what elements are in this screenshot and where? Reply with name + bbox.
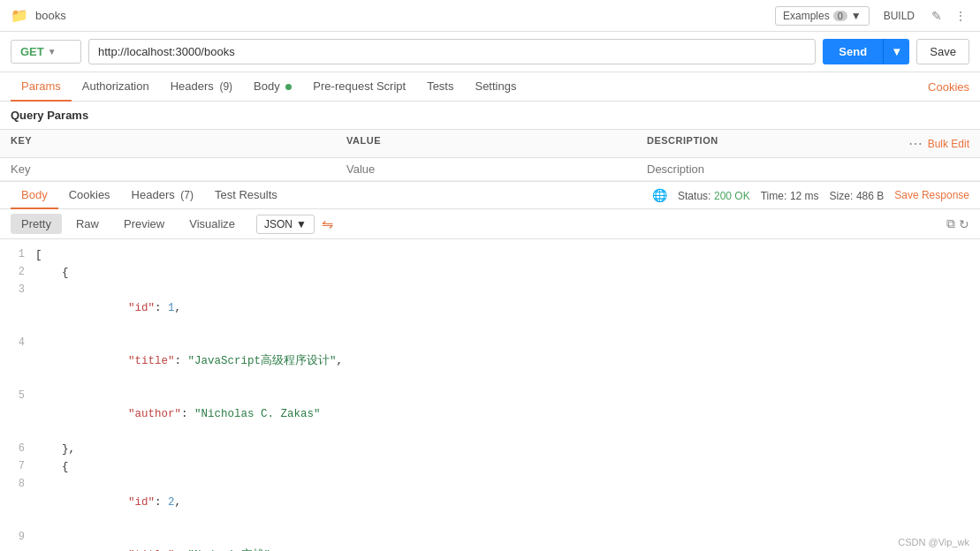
time-prefix: Time:: [761, 190, 787, 202]
save-response-link[interactable]: Save Response: [894, 189, 969, 201]
tab-prerequest[interactable]: Pre-request Script: [302, 72, 416, 102]
bulk-edit-link[interactable]: Bulk Edit: [928, 138, 969, 150]
table-row: [0, 158, 980, 181]
code-line-6: 6 },: [0, 441, 980, 458]
status-prefix: Status:: [678, 190, 710, 202]
body-tab-visualize[interactable]: Visualize: [179, 214, 246, 234]
col-value-header: VALUE: [346, 135, 647, 152]
method-label: GET: [20, 45, 44, 58]
send-btn-group: Send ▼: [823, 39, 909, 64]
tab-headers[interactable]: Headers (9): [160, 72, 243, 102]
globe-icon: 🌐: [652, 188, 667, 202]
size-prefix: Size:: [830, 190, 854, 202]
resp-tab-headers[interactable]: Headers (7): [121, 182, 204, 209]
tab-params[interactable]: Params: [11, 72, 72, 102]
col-key-header: KEY: [11, 135, 346, 152]
body-dot: [285, 84, 292, 90]
status-value: 200 OK: [714, 190, 750, 202]
value-input[interactable]: [346, 162, 647, 176]
time-value: 12 ms: [790, 190, 819, 202]
body-tab-pretty[interactable]: Pretty: [11, 214, 62, 234]
format-arrow-icon: ▼: [296, 218, 307, 230]
edit-icon[interactable]: ✎: [929, 6, 945, 26]
desc-cell: [647, 162, 969, 176]
body-toolbar: Pretty Raw Preview Visualize JSON ▼ ⇋ ⧉ …: [0, 209, 980, 239]
more-options-icon[interactable]: ⋮: [952, 6, 969, 26]
code-area: 1 [ 2 { 3 "id": 1, 4 "title": "JavaScrip…: [0, 239, 980, 551]
method-arrow-icon: ▼: [48, 47, 57, 57]
tab-body[interactable]: Body: [243, 72, 302, 102]
examples-label: Examples: [783, 10, 830, 22]
code-line-5: 5 "author": "Nicholas C. Zakas": [0, 388, 980, 441]
size-value: 486 B: [856, 190, 884, 202]
send-button[interactable]: Send: [823, 39, 883, 64]
request-tabs: Params Authorization Headers (9) Body Pr…: [0, 72, 980, 102]
url-input[interactable]: [88, 39, 816, 64]
col-actions: ⋯ Bulk Edit: [908, 135, 969, 152]
examples-arrow-icon: ▼: [851, 10, 862, 22]
time-label: Time: 12 ms: [761, 189, 819, 202]
title-bar: 📁 books Examples 0 ▼ BUILD ✎ ⋮: [0, 0, 980, 32]
col-desc-header: DESCRIPTION: [647, 135, 908, 152]
wrap-icon[interactable]: ⇋: [322, 215, 333, 232]
collection-icon: 📁: [11, 7, 28, 24]
clear-icon[interactable]: ↻: [959, 217, 969, 231]
key-input[interactable]: [11, 162, 346, 176]
url-bar: GET ▼ Send ▼ Save: [0, 32, 980, 72]
send-dropdown[interactable]: ▼: [883, 39, 909, 64]
body-tab-preview[interactable]: Preview: [113, 214, 175, 234]
status-label: Status: 200 OK: [678, 189, 750, 202]
response-bar: Body Cookies Headers (7) Test Results 🌐 …: [0, 181, 980, 209]
query-params-header: Query Params: [0, 102, 980, 130]
tab-settings[interactable]: Settings: [464, 72, 527, 102]
body-tab-raw[interactable]: Raw: [65, 214, 110, 234]
code-line-3: 3 "id": 1,: [0, 282, 980, 335]
code-line-7: 7 {: [0, 458, 980, 476]
value-cell: [346, 162, 647, 176]
code-line-2: 2 {: [0, 264, 980, 282]
key-cell: [11, 162, 346, 176]
tab-authorization[interactable]: Authorization: [72, 72, 160, 102]
code-line-9: 9 "title": "Node.js实战",: [0, 529, 980, 551]
headers-badge: (9): [219, 80, 232, 93]
table-header: KEY VALUE DESCRIPTION ⋯ Bulk Edit: [0, 130, 980, 158]
code-line-1: 1 [: [0, 246, 980, 264]
resp-headers-badge: (7): [180, 189, 194, 201]
resp-tab-body[interactable]: Body: [11, 182, 58, 209]
code-line-8: 8 "id": 2,: [0, 476, 980, 529]
save-button[interactable]: Save: [916, 39, 969, 64]
format-label: JSON: [264, 218, 292, 230]
more-button[interactable]: ⋯: [908, 135, 924, 152]
resp-tab-testresults[interactable]: Test Results: [204, 182, 288, 209]
copy-icon[interactable]: ⧉: [946, 216, 955, 231]
resp-tab-cookies[interactable]: Cookies: [58, 182, 121, 209]
collection-name: books: [35, 9, 66, 22]
size-label: Size: 486 B: [830, 189, 885, 202]
method-select[interactable]: GET ▼: [11, 40, 81, 64]
cookies-link[interactable]: Cookies: [928, 80, 969, 94]
examples-badge: 0: [833, 11, 847, 21]
code-line-4: 4 "title": "JavaScript高级程序设计",: [0, 335, 980, 388]
build-button[interactable]: BUILD: [877, 7, 922, 25]
tab-tests[interactable]: Tests: [416, 72, 464, 102]
title-bar-right: Examples 0 ▼ BUILD ✎ ⋮: [775, 6, 969, 26]
format-select[interactable]: JSON ▼: [256, 215, 315, 234]
credits: CSDN @Vip_wk: [887, 533, 980, 551]
resp-status-area: 🌐 Status: 200 OK Time: 12 ms Size: 486 B…: [652, 188, 969, 202]
examples-button[interactable]: Examples 0 ▼: [775, 6, 870, 26]
title-bar-left: 📁 books: [11, 7, 66, 24]
desc-input[interactable]: [647, 162, 969, 176]
